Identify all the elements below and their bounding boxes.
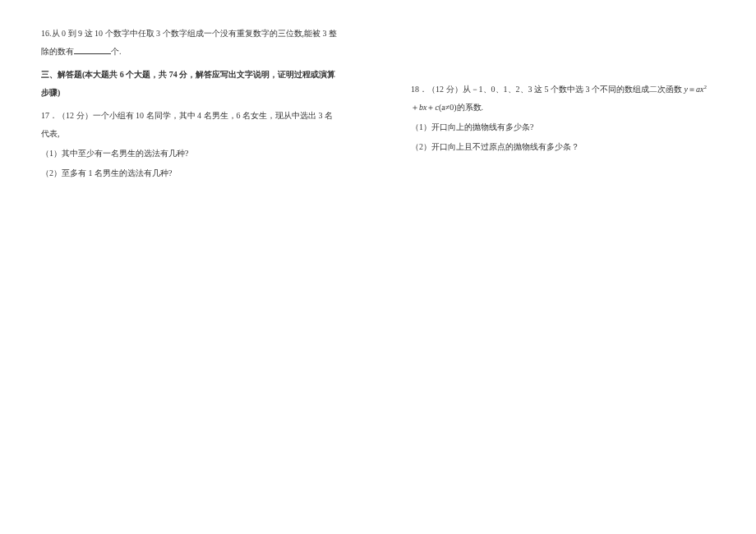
q18-cond: (a≠0) xyxy=(439,103,457,112)
q18-main: 18．（12 分）从－1、0、1、2、3 这 5 个数中选 3 个不同的数组成二… xyxy=(411,81,707,117)
q17-main: 17．（12 分）一个小组有 10 名同学，其中 4 名男生，6 名女生，现从中… xyxy=(41,107,337,143)
q18-prefix: 18．（12 分）从－1、0、1、2、3 这 5 个数中选 3 个不同的数组成二… xyxy=(411,85,685,94)
q18-sub1: （1）开口向上的抛物线有多少条? xyxy=(411,118,707,136)
question-17: 17．（12 分）一个小组有 10 名同学，其中 4 名男生，6 名女生，现从中… xyxy=(41,107,337,182)
question-18: 18．（12 分）从－1、0、1、2、3 这 5 个数中选 3 个不同的数组成二… xyxy=(411,81,707,156)
question-16: 16.从 0 到 9 这 10 个数字中任取 3 个数字组成一个没有重复数字的三… xyxy=(41,25,337,61)
q18-suffix: 的系数. xyxy=(457,103,484,112)
q16-text-suffix: 个. xyxy=(111,47,122,56)
section-3-header: 三、解答题(本大题共 6 个大题，共 74 分，解答应写出文字说明，证明过程或演… xyxy=(41,66,337,102)
right-column: 18．（12 分）从－1、0、1、2、3 这 5 个数中选 3 个不同的数组成二… xyxy=(411,25,707,509)
q18-eq: ＝ xyxy=(688,85,696,94)
q18-sup2: 2 xyxy=(703,84,707,90)
q18-plus2: ＋ xyxy=(426,103,435,112)
q18-sub2: （2）开口向上且不过原点的抛物线有多少条？ xyxy=(411,138,707,156)
q18-plus1: ＋ xyxy=(411,103,419,112)
left-column: 16.从 0 到 9 这 10 个数字中任取 3 个数字组成一个没有重复数字的三… xyxy=(41,25,337,509)
q17-sub1: （1）其中至少有一名男生的选法有几种? xyxy=(41,145,337,163)
q17-sub2: （2）至多有 1 名男生的选法有几种? xyxy=(41,164,337,182)
q16-blank xyxy=(74,46,111,54)
